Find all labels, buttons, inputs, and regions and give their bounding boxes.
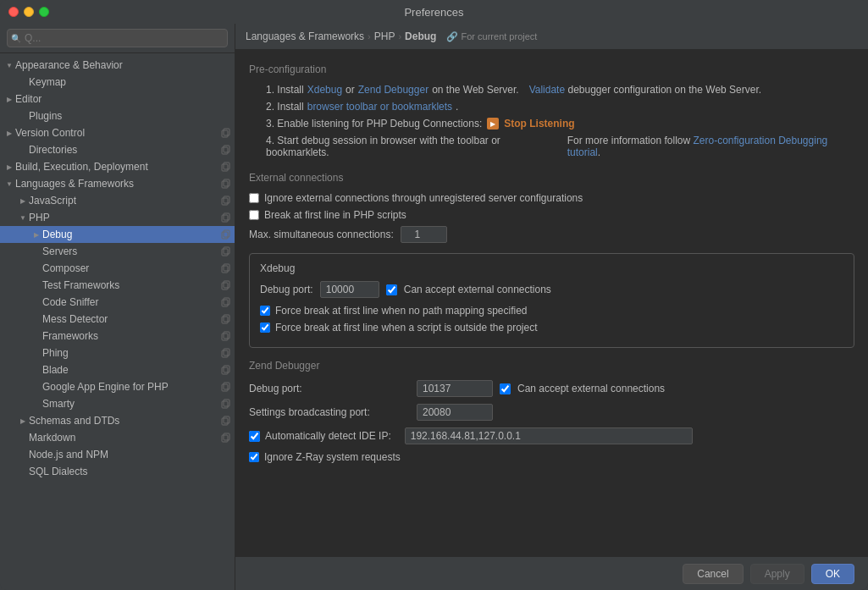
svg-rect-18 [222,283,228,289]
zend-ignore-checkbox[interactable] [249,452,259,462]
svg-rect-14 [222,249,228,256]
zend-broadcast-input[interactable] [417,404,493,421]
sidebar-item-label: Build, Execution, Deployment [15,161,218,173]
step-2: 2. Install browser toolbar or bookmarkle… [266,101,854,113]
ok-button[interactable]: OK [811,564,854,584]
sidebar-item-directories[interactable]: Directories [0,141,235,158]
sidebar-item-version-control[interactable]: ▶Version Control [0,124,235,141]
xdebug-debug-port-label: Debug port: [260,284,313,295]
copy-icon [218,397,235,411]
sidebar-item-frameworks[interactable]: Frameworks [0,328,235,345]
xdebug-debug-port-input[interactable] [320,281,379,298]
sidebar-item-keymap[interactable]: Keymap [0,74,235,91]
checkbox-row-1: Ignore external connections through unre… [249,192,854,204]
stop-listening-link[interactable]: Stop Listening [504,118,574,130]
svg-rect-4 [222,164,228,171]
zend-accept-checkbox[interactable] [500,383,511,394]
zend-autodetect-input[interactable] [405,427,693,444]
sidebar-item-label: PHP [29,212,218,223]
sidebar-item-sql-dialects[interactable]: SQL Dialects [0,463,235,480]
sidebar-item-google-app[interactable]: Google App Engine for PHP [0,378,235,395]
maximize-button[interactable] [39,7,49,17]
ext-connections-label: External connections [249,172,854,184]
xdebug-link[interactable]: Xdebug [307,84,342,96]
breadcrumb-project: 🔗 For current project [446,31,537,42]
zend-autodetect-label: Automatically detect IDE IP: [265,430,391,442]
sidebar-item-build[interactable]: ▶Build, Execution, Deployment [0,158,235,175]
step-list: 1. Install Xdebug or Zend Debugger on th… [249,84,854,158]
copy-icon [218,295,235,309]
sidebar-item-code-sniffer[interactable]: Code Sniffer [0,294,235,311]
svg-rect-3 [224,146,229,152]
cancel-button[interactable]: Cancel [683,564,743,584]
xdebug-accept-label: Can accept external connections [404,284,551,295]
zend-broadcast-row: Settings broadcasting port: [249,404,854,421]
breadcrumb: Languages & Frameworks › PHP › Debug 🔗 F… [235,24,868,50]
sidebar-item-nodejs[interactable]: Node.js and NPM [0,446,235,463]
zend-autodetect-row: Automatically detect IDE IP: [249,427,854,444]
sidebar-item-label: Directories [29,144,218,156]
minimize-button[interactable] [24,7,34,17]
sidebar-item-debug[interactable]: ▶Debug [0,226,235,243]
sidebar-item-composer[interactable]: Composer [0,260,235,277]
tree-arrow: ▶ [17,415,29,427]
zend-debugger-link[interactable]: Zend Debugger [358,84,428,96]
close-button[interactable] [8,7,19,17]
ignore-external-checkbox[interactable] [249,193,259,203]
pre-config-label: Pre-configuration [249,63,854,75]
sidebar-item-label: SQL Dialects [29,466,218,477]
sidebar-item-languages[interactable]: ▼Languages & Frameworks [0,175,235,192]
search-input[interactable] [7,29,228,47]
max-connections-input[interactable] [401,226,447,243]
tree-arrow [30,364,42,376]
break-first-line-checkbox[interactable] [249,210,259,220]
panel-content: Pre-configuration 1. Install Xdebug or Z… [235,50,868,556]
copy-icon [218,262,235,275]
validate-link[interactable]: Validate [529,84,565,96]
sidebar-item-label: Node.js and NPM [29,449,218,460]
sidebar-item-markdown[interactable]: Markdown [0,429,235,446]
breadcrumb-item-1: Languages & Frameworks [246,30,364,42]
zend-port-row: Debug port: Can accept external connecti… [249,380,854,397]
sidebar-item-label: Frameworks [42,330,218,342]
breadcrumb-sep-1: › [368,31,371,41]
sidebar-item-javascript[interactable]: ▶JavaScript [0,192,235,209]
breadcrumb-sep-2: › [398,31,401,41]
sidebar-item-php[interactable]: ▼PHP [0,209,235,226]
sidebar-item-label: JavaScript [29,195,218,207]
tree-arrow [30,330,42,342]
svg-rect-19 [224,281,229,288]
tree-arrow [30,347,42,359]
search-bar: 🔍 [0,24,235,53]
apply-button[interactable]: Apply [750,564,804,584]
zend-ignore-row: Ignore Z-Ray system requests [249,451,854,463]
svg-rect-26 [222,350,228,357]
sidebar-item-smarty[interactable]: Smarty [0,395,235,412]
step-1: 1. Install Xdebug or Zend Debugger on th… [266,84,854,96]
xdebug-accept-checkbox[interactable] [386,284,397,295]
sidebar-item-phing[interactable]: Phing [0,345,235,361]
xdebug-force1-checkbox[interactable] [260,306,270,316]
sidebar: 🔍 ▼Appearance & BehaviorKeymap▶EditorPlu… [0,24,235,590]
copy-icon [218,194,235,207]
sidebar-item-blade[interactable]: Blade [0,361,235,378]
xdebug-force2-checkbox[interactable] [260,323,270,333]
sidebar-item-mess-detector[interactable]: Mess Detector [0,311,235,328]
sidebar-item-label: Markdown [29,432,218,444]
svg-rect-7 [224,179,229,186]
browser-toolbar-link[interactable]: browser toolbar or bookmarklets [307,101,452,113]
sidebar-item-test-frameworks[interactable]: Test Frameworks [0,277,235,294]
zend-autodetect-checkbox[interactable] [249,431,260,442]
title-bar: Preferences [0,0,868,24]
sidebar-item-label: Test Frameworks [42,279,218,291]
tree-arrow: ▶ [3,127,15,139]
sidebar-item-servers[interactable]: Servers [0,243,235,260]
svg-rect-11 [224,213,229,220]
zend-debug-port-input[interactable] [417,380,493,397]
sidebar-item-editor[interactable]: ▶Editor [0,91,235,108]
sidebar-item-appearance[interactable]: ▼Appearance & Behavior [0,57,235,74]
sidebar-item-schemas[interactable]: ▶Schemas and DTDs [0,412,235,429]
svg-rect-28 [222,367,228,374]
tree-arrow: ▶ [3,93,15,105]
sidebar-item-plugins[interactable]: Plugins [0,108,235,124]
